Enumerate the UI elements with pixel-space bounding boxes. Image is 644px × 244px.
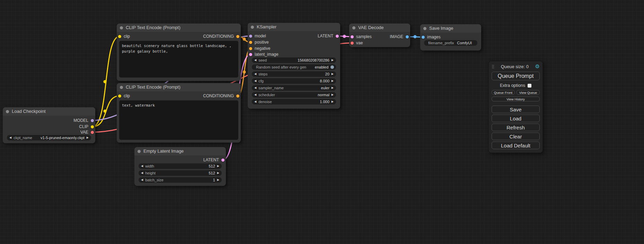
node-titlebar[interactable]: VAE Decode xyxy=(349,24,410,32)
increment-arrow-icon[interactable]: ▶ xyxy=(217,165,219,168)
increment-arrow-icon[interactable]: ▶ xyxy=(332,80,334,82)
refresh-button[interactable]: Refresh xyxy=(492,124,540,131)
view-queue-button[interactable]: View Queue xyxy=(517,90,540,95)
node-collapse-dot[interactable] xyxy=(120,86,123,89)
load-button[interactable]: Load xyxy=(492,115,540,122)
image-slot-dot[interactable] xyxy=(406,35,409,38)
output-slot-model[interactable]: MODEL xyxy=(73,118,94,123)
node-vae-decode[interactable]: VAE Decode samples vae IMAGE xyxy=(349,24,410,47)
increment-arrow-icon[interactable]: ▶ xyxy=(332,93,334,96)
input-slot-negative[interactable]: negative xyxy=(249,46,270,51)
queue-prompt-button[interactable]: Queue Prompt xyxy=(492,72,540,80)
load-default-button[interactable]: Load Default xyxy=(492,142,540,149)
widget-filename-prefix[interactable]: filename_prefix ComfyUI xyxy=(424,40,477,46)
input-slot-images[interactable]: images xyxy=(422,35,441,39)
widget-sampler-name[interactable]: ◀ sampler_name euler ▶ xyxy=(252,85,336,91)
node-titlebar[interactable]: KSampler xyxy=(248,23,340,31)
conditioning-slot-dot[interactable] xyxy=(249,41,252,44)
negative-prompt-textarea[interactable]: text, watermark xyxy=(119,100,238,140)
clip-slot-dot[interactable] xyxy=(118,94,121,98)
node-ksampler[interactable]: KSampler model positive negative latent_… xyxy=(248,23,340,109)
output-slot-clip[interactable]: CLIP xyxy=(79,124,94,129)
decrement-arrow-icon[interactable]: ◀ xyxy=(9,136,11,139)
drag-handle-icon[interactable]: ⣿ xyxy=(492,64,494,69)
node-collapse-dot[interactable] xyxy=(251,26,254,29)
latent-slot-dot[interactable] xyxy=(221,159,224,162)
latent-slot-dot[interactable] xyxy=(249,53,252,56)
decrement-arrow-icon[interactable]: ◀ xyxy=(254,73,256,75)
model-slot-dot[interactable] xyxy=(249,35,252,38)
node-titlebar[interactable]: Load Checkpoint xyxy=(3,107,95,116)
decrement-arrow-icon[interactable]: ◀ xyxy=(141,172,143,174)
node-titlebar[interactable]: CLIP Text Encode (Prompt) xyxy=(117,83,241,91)
view-history-button[interactable]: View History xyxy=(492,97,540,101)
node-collapse-dot[interactable] xyxy=(120,26,123,29)
widget-cfg[interactable]: ◀ cfg 8.000 ▶ xyxy=(252,78,336,84)
input-slot-positive[interactable]: positive xyxy=(249,40,269,45)
queue-front-button[interactable]: Queue Front xyxy=(492,90,515,95)
node-clip-text-encode-negative[interactable]: CLIP Text Encode (Prompt) clip CONDITION… xyxy=(117,83,241,143)
toggle-dot-icon[interactable] xyxy=(330,65,334,69)
input-slot-latent-image[interactable]: latent_image xyxy=(249,52,279,57)
node-load-checkpoint[interactable]: Load Checkpoint MODEL CLIP VAE ◀ ckpt_na… xyxy=(3,107,95,143)
widget-ckpt-name[interactable]: ◀ ckpt_name v1-5-pruned-emaonly.ckpt ▶ xyxy=(7,135,91,141)
increment-arrow-icon[interactable]: ▶ xyxy=(332,100,334,103)
output-slot-conditioning[interactable]: CONDITIONING xyxy=(203,93,239,98)
decrement-arrow-icon[interactable]: ◀ xyxy=(254,93,256,96)
widget-steps[interactable]: ◀ steps 20 ▶ xyxy=(252,71,336,77)
node-titlebar[interactable]: Save Image xyxy=(420,24,481,33)
wire-midpoint-dot[interactable] xyxy=(243,38,246,41)
latent-slot-dot[interactable] xyxy=(336,35,339,38)
wire-midpoint-dot[interactable] xyxy=(104,80,107,83)
increment-arrow-icon[interactable]: ▶ xyxy=(217,179,219,181)
widget-width[interactable]: ◀ width 512 ▶ xyxy=(139,163,222,169)
extra-options-checkbox[interactable] xyxy=(528,84,531,88)
output-slot-latent[interactable]: LATENT xyxy=(318,34,339,38)
output-slot-latent[interactable]: LATENT xyxy=(203,157,224,162)
widget-scheduler[interactable]: ◀ scheduler normal ▶ xyxy=(252,92,336,98)
output-slot-conditioning[interactable]: CONDITIONING xyxy=(203,34,239,39)
decrement-arrow-icon[interactable]: ◀ xyxy=(254,59,256,62)
input-slot-clip[interactable]: clip xyxy=(118,93,130,98)
widget-denoise[interactable]: ◀ denoise 1.000 ▶ xyxy=(252,99,336,105)
settings-gear-icon[interactable]: ⚙ xyxy=(535,63,540,70)
widget-batch-size[interactable]: ◀ batch_size 1 ▶ xyxy=(139,177,222,183)
increment-arrow-icon[interactable]: ▶ xyxy=(87,136,89,139)
node-collapse-dot[interactable] xyxy=(138,150,141,153)
increment-arrow-icon[interactable]: ▶ xyxy=(332,87,334,89)
input-slot-clip[interactable]: clip xyxy=(118,34,130,39)
node-clip-text-encode-positive[interactable]: CLIP Text Encode (Prompt) clip CONDITION… xyxy=(117,24,241,81)
output-slot-vae[interactable]: VAE xyxy=(80,130,94,135)
latent-slot-dot[interactable] xyxy=(351,35,354,38)
node-titlebar[interactable]: CLIP Text Encode (Prompt) xyxy=(117,24,241,32)
conditioning-slot-dot[interactable] xyxy=(236,94,239,98)
clip-slot-dot[interactable] xyxy=(118,35,121,38)
conditioning-slot-dot[interactable] xyxy=(236,35,239,38)
decrement-arrow-icon[interactable]: ◀ xyxy=(141,179,143,181)
node-collapse-dot[interactable] xyxy=(423,27,426,30)
decrement-arrow-icon[interactable]: ◀ xyxy=(254,87,256,89)
input-slot-vae[interactable]: vae xyxy=(351,40,363,45)
decrement-arrow-icon[interactable]: ◀ xyxy=(141,165,143,168)
clip-slot-dot[interactable] xyxy=(91,125,94,128)
node-empty-latent-image[interactable]: Empty Latent Image LATENT ◀ width 512 ▶ … xyxy=(134,147,226,186)
save-button[interactable]: Save xyxy=(492,106,540,113)
decrement-arrow-icon[interactable]: ◀ xyxy=(254,100,256,103)
positive-prompt-textarea[interactable]: beautiful scenery nature glass bottle la… xyxy=(119,41,238,78)
clear-button[interactable]: Clear xyxy=(492,133,540,140)
widget-random-seed-toggle[interactable]: Random seed after every gen enabled xyxy=(252,64,336,70)
increment-arrow-icon[interactable]: ▶ xyxy=(332,73,334,75)
image-slot-dot[interactable] xyxy=(422,36,425,39)
wire-midpoint-dot[interactable] xyxy=(243,71,246,74)
node-save-image[interactable]: Save Image images filename_prefix ComfyU… xyxy=(420,24,481,51)
node-collapse-dot[interactable] xyxy=(6,110,9,113)
input-slot-model[interactable]: model xyxy=(249,34,266,38)
vae-slot-dot[interactable] xyxy=(91,131,94,134)
increment-arrow-icon[interactable]: ▶ xyxy=(217,172,219,174)
input-slot-samples[interactable]: samples xyxy=(351,34,372,39)
increment-arrow-icon[interactable]: ▶ xyxy=(332,59,334,62)
node-titlebar[interactable]: Empty Latent Image xyxy=(134,147,226,155)
widget-height[interactable]: ◀ height 512 ▶ xyxy=(139,170,222,176)
node-collapse-dot[interactable] xyxy=(352,26,355,29)
wire-midpoint-dot[interactable] xyxy=(414,35,417,38)
